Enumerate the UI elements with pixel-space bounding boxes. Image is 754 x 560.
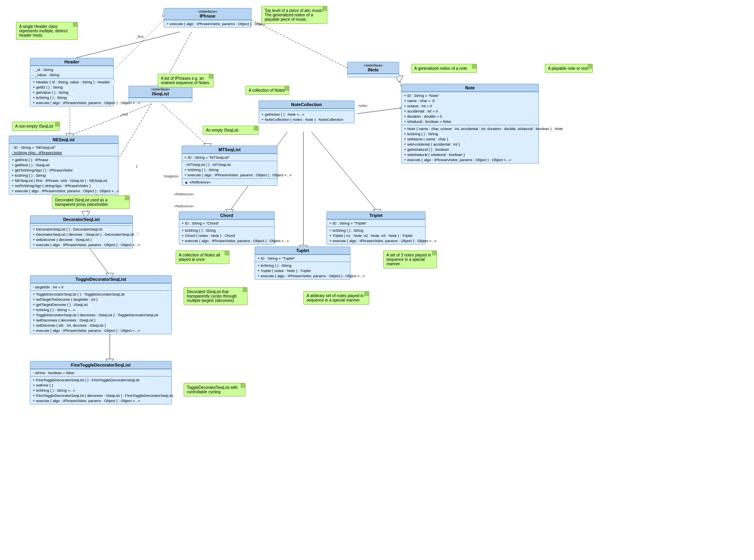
chord-name: Chord xyxy=(181,213,273,218)
inote-name: INote xyxy=(349,67,397,72)
svg-text:«Reference»: «Reference» xyxy=(174,192,194,196)
toggledecoratorseqlist-note: Decorated ISeqList that transparently cy… xyxy=(184,287,247,305)
svg-text:_rest: _rest xyxy=(119,112,128,116)
svg-text:notes: notes xyxy=(358,104,368,108)
tuplet-class: Tuplet + ID : String = "Tuplet" + toStri… xyxy=(255,246,350,280)
note-note: A playable note or rest. xyxy=(545,64,593,73)
diagram-canvas: _first 1 _rest 1 decoree 1 Singleton 1 «… xyxy=(0,0,754,560)
triplet-name: Triplet xyxy=(329,213,424,218)
svg-line-5 xyxy=(76,32,180,58)
neseqlist-class: NESeqList - ID : String = "NESeqList" - … xyxy=(9,136,119,195)
header-class: Header - _id : String - _value : String … xyxy=(30,58,114,106)
notecollection-note: A collection of Notes xyxy=(245,86,289,95)
triplet-class: Triplet + ID : String = "Triplet" + toSt… xyxy=(327,211,425,245)
svg-line-18 xyxy=(311,132,377,211)
inote-class: «interface» INote xyxy=(347,62,399,77)
iphrase-stereotype: «interface» xyxy=(166,10,249,14)
svg-text:1: 1 xyxy=(136,164,138,168)
note-name: Note xyxy=(403,85,537,90)
neseqlist-name: NESeqList xyxy=(11,137,117,142)
mtseqlist-class: MTSeqList + ID : String = "MTSeqList" - … xyxy=(182,146,277,186)
finetoggledecoratorseqlist-name: FineToggleDecoratorSeqList xyxy=(32,363,170,367)
svg-line-26 xyxy=(116,20,164,68)
note-class: Note + ID : String = "Note" + name : cha… xyxy=(401,84,539,164)
toggledecoratorseqlist-class: ToggleDecoratorSeqList - targetIdx : int… xyxy=(30,275,172,334)
iphrase-name: IPhrase xyxy=(166,14,249,18)
decoratorseqlist-note: Decorated ISeqList used as a transparent… xyxy=(52,195,130,209)
tuplet-note: A arbitrary set of notes played in seque… xyxy=(303,291,369,305)
iseqlist-note: A list of IPhrases e.g. an ordered seque… xyxy=(158,74,214,87)
decoratorseqlist-name: DecoratorSeqList xyxy=(32,217,131,222)
header-note: A single Header class represents multipl… xyxy=(16,22,78,40)
decoratorseqlist-class: DecoratorSeqList + DecoratorSeqList ( ) … xyxy=(30,215,133,248)
neseqlist-note: A non-empty ISeqList xyxy=(12,122,60,131)
inote-note: A generalized notion of a note xyxy=(411,64,477,73)
svg-text:Singleton: Singleton xyxy=(164,174,179,178)
svg-line-8 xyxy=(162,104,208,146)
iseqlist-name: ISeqList xyxy=(131,91,190,96)
tuplet-name: Tuplet xyxy=(257,248,348,253)
svg-line-6 xyxy=(70,104,152,136)
svg-text:_first: _first xyxy=(135,35,144,39)
chord-note: A collection of Notes all played at once xyxy=(176,250,230,264)
chord-class: Chord + ID : String = "Chord" + toString… xyxy=(179,211,275,245)
svg-text:«Reference»: «Reference» xyxy=(174,204,194,208)
svg-line-24 xyxy=(251,20,351,70)
header-name: Header xyxy=(32,59,112,64)
toggledecoratorseqlist-name: ToggleDecoratorSeqList xyxy=(32,277,170,282)
mtseqlist-name: MTSeqList xyxy=(184,147,275,152)
triplet-note: A set of 3 notes played in sequence in a… xyxy=(383,250,437,268)
iseqlist-class: «interface» ISeqList xyxy=(129,86,192,102)
notecollection-class: NoteCollection + getNotes ( ) : Note «..… xyxy=(259,101,354,123)
iphrase-note: Top level of a piece of abc music. The g… xyxy=(261,6,327,24)
iphrase-methods: + execute ( algo : IPhraseVisitor, param… xyxy=(164,20,251,27)
finetoggledecoratorseqlist-class: FineToggleDecoratorSeqList - isFine : bo… xyxy=(30,361,172,404)
notecollection-name: NoteCollection xyxy=(261,102,352,107)
svg-line-25 xyxy=(357,108,403,114)
mtseqlist-note: An empty ISeqList xyxy=(203,126,259,135)
finetoggledecoratorseqlist-note: ToggleDecoratorSeqList with controllable… xyxy=(184,383,245,396)
iphrase-class: «interface» IPhrase + execute ( algo : I… xyxy=(164,8,251,28)
